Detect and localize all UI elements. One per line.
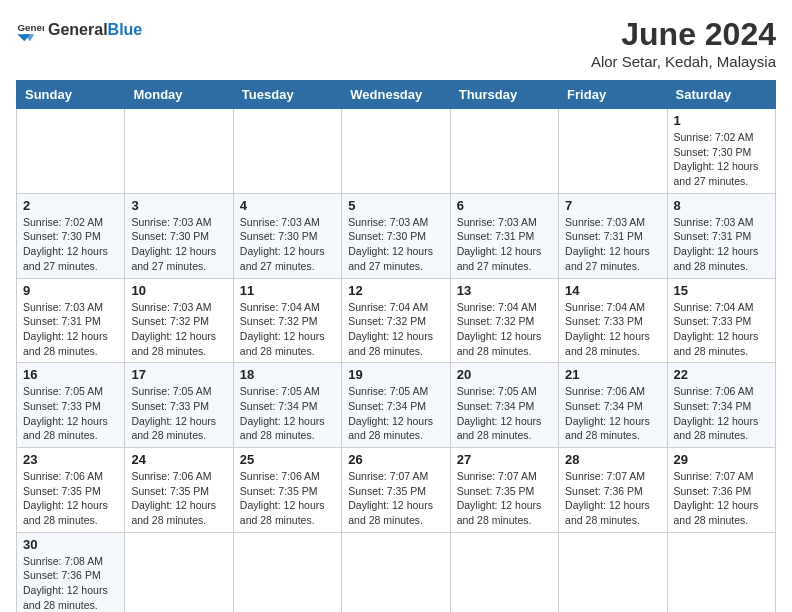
svg-text:General: General <box>17 22 44 33</box>
day-number: 6 <box>457 198 552 213</box>
day-info: Sunrise: 7:04 AM Sunset: 7:32 PM Dayligh… <box>348 300 443 359</box>
day-info: Sunrise: 7:04 AM Sunset: 7:32 PM Dayligh… <box>240 300 335 359</box>
day-info: Sunrise: 7:03 AM Sunset: 7:31 PM Dayligh… <box>565 215 660 274</box>
day-number: 9 <box>23 283 118 298</box>
calendar-cell: 22Sunrise: 7:06 AM Sunset: 7:34 PM Dayli… <box>667 363 775 448</box>
logo-blue: Blue <box>108 21 143 38</box>
calendar-week-row: 16Sunrise: 7:05 AM Sunset: 7:33 PM Dayli… <box>17 363 776 448</box>
logo: General GeneralBlue <box>16 16 142 44</box>
day-number: 17 <box>131 367 226 382</box>
day-number: 16 <box>23 367 118 382</box>
calendar-cell: 8Sunrise: 7:03 AM Sunset: 7:31 PM Daylig… <box>667 193 775 278</box>
day-info: Sunrise: 7:03 AM Sunset: 7:31 PM Dayligh… <box>457 215 552 274</box>
day-info: Sunrise: 7:07 AM Sunset: 7:36 PM Dayligh… <box>565 469 660 528</box>
day-number: 18 <box>240 367 335 382</box>
calendar-cell: 14Sunrise: 7:04 AM Sunset: 7:33 PM Dayli… <box>559 278 667 363</box>
calendar-cell: 4Sunrise: 7:03 AM Sunset: 7:30 PM Daylig… <box>233 193 341 278</box>
calendar-week-row: 9Sunrise: 7:03 AM Sunset: 7:31 PM Daylig… <box>17 278 776 363</box>
day-info: Sunrise: 7:04 AM Sunset: 7:32 PM Dayligh… <box>457 300 552 359</box>
month-year-title: June 2024 <box>591 16 776 53</box>
weekday-header-row: SundayMondayTuesdayWednesdayThursdayFrid… <box>17 81 776 109</box>
calendar-cell: 20Sunrise: 7:05 AM Sunset: 7:34 PM Dayli… <box>450 363 558 448</box>
calendar-cell <box>17 109 125 194</box>
day-number: 22 <box>674 367 769 382</box>
day-number: 7 <box>565 198 660 213</box>
calendar-cell: 5Sunrise: 7:03 AM Sunset: 7:30 PM Daylig… <box>342 193 450 278</box>
day-number: 20 <box>457 367 552 382</box>
calendar-cell: 10Sunrise: 7:03 AM Sunset: 7:32 PM Dayli… <box>125 278 233 363</box>
day-number: 21 <box>565 367 660 382</box>
calendar-week-row: 23Sunrise: 7:06 AM Sunset: 7:35 PM Dayli… <box>17 448 776 533</box>
calendar-table: SundayMondayTuesdayWednesdayThursdayFrid… <box>16 80 776 612</box>
day-number: 29 <box>674 452 769 467</box>
day-info: Sunrise: 7:06 AM Sunset: 7:34 PM Dayligh… <box>565 384 660 443</box>
calendar-cell <box>233 532 341 612</box>
weekday-header-wednesday: Wednesday <box>342 81 450 109</box>
day-info: Sunrise: 7:06 AM Sunset: 7:34 PM Dayligh… <box>674 384 769 443</box>
calendar-cell: 23Sunrise: 7:06 AM Sunset: 7:35 PM Dayli… <box>17 448 125 533</box>
calendar-week-row: 30Sunrise: 7:08 AM Sunset: 7:36 PM Dayli… <box>17 532 776 612</box>
day-info: Sunrise: 7:05 AM Sunset: 7:34 PM Dayligh… <box>348 384 443 443</box>
day-info: Sunrise: 7:08 AM Sunset: 7:36 PM Dayligh… <box>23 554 118 612</box>
day-number: 30 <box>23 537 118 552</box>
calendar-cell <box>450 532 558 612</box>
calendar-cell: 30Sunrise: 7:08 AM Sunset: 7:36 PM Dayli… <box>17 532 125 612</box>
calendar-cell <box>125 532 233 612</box>
calendar-cell: 26Sunrise: 7:07 AM Sunset: 7:35 PM Dayli… <box>342 448 450 533</box>
calendar-cell: 27Sunrise: 7:07 AM Sunset: 7:35 PM Dayli… <box>450 448 558 533</box>
day-info: Sunrise: 7:04 AM Sunset: 7:33 PM Dayligh… <box>565 300 660 359</box>
day-info: Sunrise: 7:06 AM Sunset: 7:35 PM Dayligh… <box>23 469 118 528</box>
calendar-cell: 7Sunrise: 7:03 AM Sunset: 7:31 PM Daylig… <box>559 193 667 278</box>
day-info: Sunrise: 7:03 AM Sunset: 7:32 PM Dayligh… <box>131 300 226 359</box>
day-info: Sunrise: 7:03 AM Sunset: 7:30 PM Dayligh… <box>240 215 335 274</box>
day-info: Sunrise: 7:03 AM Sunset: 7:31 PM Dayligh… <box>23 300 118 359</box>
calendar-cell: 1Sunrise: 7:02 AM Sunset: 7:30 PM Daylig… <box>667 109 775 194</box>
day-info: Sunrise: 7:06 AM Sunset: 7:35 PM Dayligh… <box>131 469 226 528</box>
calendar-cell: 3Sunrise: 7:03 AM Sunset: 7:30 PM Daylig… <box>125 193 233 278</box>
day-info: Sunrise: 7:02 AM Sunset: 7:30 PM Dayligh… <box>674 130 769 189</box>
weekday-header-thursday: Thursday <box>450 81 558 109</box>
calendar-cell: 19Sunrise: 7:05 AM Sunset: 7:34 PM Dayli… <box>342 363 450 448</box>
day-info: Sunrise: 7:06 AM Sunset: 7:35 PM Dayligh… <box>240 469 335 528</box>
calendar-cell: 29Sunrise: 7:07 AM Sunset: 7:36 PM Dayli… <box>667 448 775 533</box>
calendar-cell: 13Sunrise: 7:04 AM Sunset: 7:32 PM Dayli… <box>450 278 558 363</box>
calendar-cell: 16Sunrise: 7:05 AM Sunset: 7:33 PM Dayli… <box>17 363 125 448</box>
day-info: Sunrise: 7:03 AM Sunset: 7:30 PM Dayligh… <box>348 215 443 274</box>
calendar-week-row: 1Sunrise: 7:02 AM Sunset: 7:30 PM Daylig… <box>17 109 776 194</box>
day-number: 4 <box>240 198 335 213</box>
day-info: Sunrise: 7:05 AM Sunset: 7:34 PM Dayligh… <box>457 384 552 443</box>
calendar-cell <box>559 109 667 194</box>
title-block: June 2024 Alor Setar, Kedah, Malaysia <box>591 16 776 70</box>
weekday-header-sunday: Sunday <box>17 81 125 109</box>
weekday-header-monday: Monday <box>125 81 233 109</box>
day-number: 26 <box>348 452 443 467</box>
location-subtitle: Alor Setar, Kedah, Malaysia <box>591 53 776 70</box>
day-number: 28 <box>565 452 660 467</box>
calendar-cell: 6Sunrise: 7:03 AM Sunset: 7:31 PM Daylig… <box>450 193 558 278</box>
calendar-week-row: 2Sunrise: 7:02 AM Sunset: 7:30 PM Daylig… <box>17 193 776 278</box>
calendar-cell: 15Sunrise: 7:04 AM Sunset: 7:33 PM Dayli… <box>667 278 775 363</box>
day-info: Sunrise: 7:02 AM Sunset: 7:30 PM Dayligh… <box>23 215 118 274</box>
calendar-cell <box>667 532 775 612</box>
day-number: 12 <box>348 283 443 298</box>
day-info: Sunrise: 7:03 AM Sunset: 7:30 PM Dayligh… <box>131 215 226 274</box>
day-info: Sunrise: 7:07 AM Sunset: 7:36 PM Dayligh… <box>674 469 769 528</box>
day-number: 8 <box>674 198 769 213</box>
calendar-cell <box>450 109 558 194</box>
calendar-cell: 28Sunrise: 7:07 AM Sunset: 7:36 PM Dayli… <box>559 448 667 533</box>
calendar-cell <box>125 109 233 194</box>
day-number: 10 <box>131 283 226 298</box>
day-number: 24 <box>131 452 226 467</box>
day-info: Sunrise: 7:07 AM Sunset: 7:35 PM Dayligh… <box>348 469 443 528</box>
day-info: Sunrise: 7:07 AM Sunset: 7:35 PM Dayligh… <box>457 469 552 528</box>
day-number: 13 <box>457 283 552 298</box>
logo-general: General <box>48 21 108 38</box>
calendar-cell: 11Sunrise: 7:04 AM Sunset: 7:32 PM Dayli… <box>233 278 341 363</box>
calendar-cell: 25Sunrise: 7:06 AM Sunset: 7:35 PM Dayli… <box>233 448 341 533</box>
calendar-cell: 18Sunrise: 7:05 AM Sunset: 7:34 PM Dayli… <box>233 363 341 448</box>
calendar-cell <box>342 532 450 612</box>
calendar-cell: 9Sunrise: 7:03 AM Sunset: 7:31 PM Daylig… <box>17 278 125 363</box>
day-number: 1 <box>674 113 769 128</box>
day-number: 23 <box>23 452 118 467</box>
day-info: Sunrise: 7:05 AM Sunset: 7:33 PM Dayligh… <box>23 384 118 443</box>
